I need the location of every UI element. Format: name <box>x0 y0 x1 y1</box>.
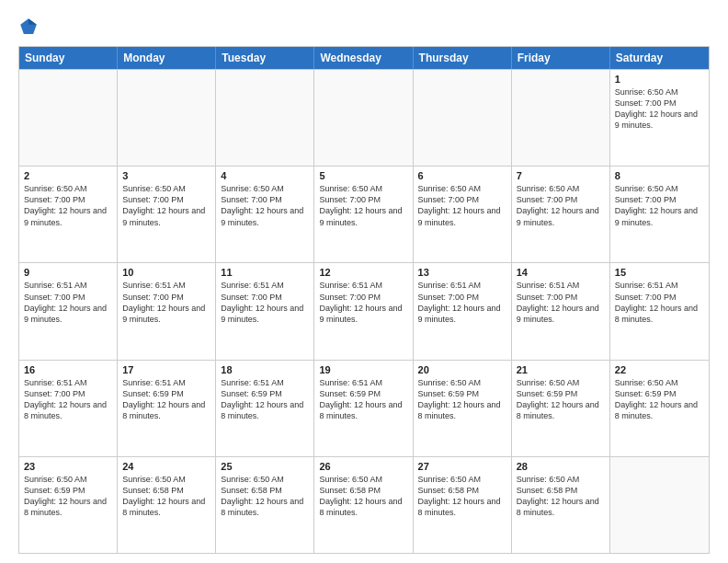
cell-info: Sunrise: 6:50 AM Sunset: 7:00 PM Dayligh… <box>517 183 605 228</box>
cell-info: Sunrise: 6:51 AM Sunset: 7:00 PM Dayligh… <box>615 280 704 325</box>
day-number: 9 <box>24 267 112 278</box>
cell-info: Sunrise: 6:51 AM Sunset: 7:00 PM Dayligh… <box>517 280 605 325</box>
table-row: 13Sunrise: 6:51 AM Sunset: 7:00 PM Dayli… <box>414 263 512 359</box>
table-row: 23Sunrise: 6:50 AM Sunset: 6:59 PM Dayli… <box>19 457 118 553</box>
table-row: 20Sunrise: 6:50 AM Sunset: 6:59 PM Dayli… <box>414 361 512 456</box>
page: SundayMondayTuesdayWednesdayThursdayFrid… <box>0 0 728 563</box>
header-day-monday: Monday <box>118 47 216 69</box>
table-row <box>314 70 413 166</box>
table-row: 17Sunrise: 6:51 AM Sunset: 6:59 PM Dayli… <box>118 361 216 456</box>
calendar-row-2: 2Sunrise: 6:50 AM Sunset: 7:00 PM Daylig… <box>19 166 709 262</box>
table-row: 26Sunrise: 6:50 AM Sunset: 6:58 PM Dayli… <box>314 457 413 553</box>
logo <box>18 17 42 37</box>
cell-info: Sunrise: 6:51 AM Sunset: 7:00 PM Dayligh… <box>319 280 407 325</box>
day-number: 22 <box>615 364 704 375</box>
cell-info: Sunrise: 6:51 AM Sunset: 7:00 PM Dayligh… <box>24 280 112 325</box>
table-row: 9Sunrise: 6:51 AM Sunset: 7:00 PM Daylig… <box>19 263 118 359</box>
header-day-sunday: Sunday <box>19 47 118 69</box>
cell-info: Sunrise: 6:51 AM Sunset: 7:00 PM Dayligh… <box>24 377 112 422</box>
table-row: 11Sunrise: 6:51 AM Sunset: 7:00 PM Dayli… <box>216 263 314 359</box>
day-number: 1 <box>615 74 704 85</box>
day-number: 6 <box>418 170 506 181</box>
day-number: 24 <box>122 461 210 472</box>
day-number: 2 <box>24 170 112 181</box>
calendar: SundayMondayTuesdayWednesdayThursdayFrid… <box>18 46 710 554</box>
header-day-tuesday: Tuesday <box>216 47 314 69</box>
cell-info: Sunrise: 6:50 AM Sunset: 7:00 PM Dayligh… <box>221 183 309 228</box>
cell-info: Sunrise: 6:50 AM Sunset: 6:59 PM Dayligh… <box>418 377 506 422</box>
table-row: 7Sunrise: 6:50 AM Sunset: 7:00 PM Daylig… <box>512 167 610 262</box>
table-row: 28Sunrise: 6:50 AM Sunset: 6:58 PM Dayli… <box>512 457 610 553</box>
cell-info: Sunrise: 6:50 AM Sunset: 7:00 PM Dayligh… <box>24 183 112 228</box>
header-day-saturday: Saturday <box>610 47 709 69</box>
calendar-row-5: 23Sunrise: 6:50 AM Sunset: 6:59 PM Dayli… <box>19 456 709 553</box>
table-row: 10Sunrise: 6:51 AM Sunset: 7:00 PM Dayli… <box>118 263 216 359</box>
calendar-body: 1Sunrise: 6:50 AM Sunset: 7:00 PM Daylig… <box>19 69 709 553</box>
table-row: 18Sunrise: 6:51 AM Sunset: 6:59 PM Dayli… <box>216 361 314 456</box>
day-number: 17 <box>122 364 210 375</box>
day-number: 8 <box>615 170 704 181</box>
table-row: 25Sunrise: 6:50 AM Sunset: 6:58 PM Dayli… <box>216 457 314 553</box>
table-row: 2Sunrise: 6:50 AM Sunset: 7:00 PM Daylig… <box>19 167 118 262</box>
cell-info: Sunrise: 6:51 AM Sunset: 6:59 PM Dayligh… <box>221 377 309 422</box>
logo-icon <box>18 17 39 37</box>
day-number: 14 <box>517 267 605 278</box>
cell-info: Sunrise: 6:51 AM Sunset: 7:00 PM Dayligh… <box>418 280 506 325</box>
calendar-row-3: 9Sunrise: 6:51 AM Sunset: 7:00 PM Daylig… <box>19 262 709 359</box>
day-number: 27 <box>418 461 506 472</box>
table-row: 22Sunrise: 6:50 AM Sunset: 6:59 PM Dayli… <box>610 361 709 456</box>
table-row: 24Sunrise: 6:50 AM Sunset: 6:58 PM Dayli… <box>118 457 216 553</box>
table-row: 12Sunrise: 6:51 AM Sunset: 7:00 PM Dayli… <box>314 263 413 359</box>
cell-info: Sunrise: 6:50 AM Sunset: 7:00 PM Dayligh… <box>122 183 210 228</box>
table-row: 1Sunrise: 6:50 AM Sunset: 7:00 PM Daylig… <box>610 70 709 166</box>
day-number: 4 <box>221 170 309 181</box>
calendar-row-1: 1Sunrise: 6:50 AM Sunset: 7:00 PM Daylig… <box>19 69 709 166</box>
cell-info: Sunrise: 6:50 AM Sunset: 6:58 PM Dayligh… <box>122 474 210 519</box>
table-row <box>19 70 118 166</box>
table-row: 14Sunrise: 6:51 AM Sunset: 7:00 PM Dayli… <box>512 263 610 359</box>
day-number: 5 <box>319 170 407 181</box>
table-row <box>610 457 709 553</box>
day-number: 16 <box>24 364 112 375</box>
calendar-header: SundayMondayTuesdayWednesdayThursdayFrid… <box>19 47 709 69</box>
table-row: 15Sunrise: 6:51 AM Sunset: 7:00 PM Dayli… <box>610 263 709 359</box>
day-number: 13 <box>418 267 506 278</box>
svg-marker-1 <box>28 18 37 25</box>
header-day-friday: Friday <box>512 47 610 69</box>
day-number: 20 <box>418 364 506 375</box>
header-day-thursday: Thursday <box>414 47 512 69</box>
day-number: 19 <box>319 364 407 375</box>
table-row: 16Sunrise: 6:51 AM Sunset: 7:00 PM Dayli… <box>19 361 118 456</box>
day-number: 12 <box>319 267 407 278</box>
cell-info: Sunrise: 6:50 AM Sunset: 6:58 PM Dayligh… <box>418 474 506 519</box>
day-number: 23 <box>24 461 112 472</box>
cell-info: Sunrise: 6:50 AM Sunset: 6:59 PM Dayligh… <box>517 377 605 422</box>
cell-info: Sunrise: 6:50 AM Sunset: 6:59 PM Dayligh… <box>24 474 112 519</box>
table-row <box>216 70 314 166</box>
cell-info: Sunrise: 6:50 AM Sunset: 6:59 PM Dayligh… <box>615 377 704 422</box>
table-row: 6Sunrise: 6:50 AM Sunset: 7:00 PM Daylig… <box>414 167 512 262</box>
cell-info: Sunrise: 6:51 AM Sunset: 6:59 PM Dayligh… <box>122 377 210 422</box>
cell-info: Sunrise: 6:51 AM Sunset: 6:59 PM Dayligh… <box>319 377 407 422</box>
table-row <box>512 70 610 166</box>
day-number: 10 <box>122 267 210 278</box>
table-row: 4Sunrise: 6:50 AM Sunset: 7:00 PM Daylig… <box>216 167 314 262</box>
day-number: 26 <box>319 461 407 472</box>
cell-info: Sunrise: 6:50 AM Sunset: 6:58 PM Dayligh… <box>221 474 309 519</box>
table-row: 8Sunrise: 6:50 AM Sunset: 7:00 PM Daylig… <box>610 167 709 262</box>
day-number: 7 <box>517 170 605 181</box>
cell-info: Sunrise: 6:50 AM Sunset: 7:00 PM Dayligh… <box>319 183 407 228</box>
header-day-wednesday: Wednesday <box>314 47 413 69</box>
cell-info: Sunrise: 6:50 AM Sunset: 7:00 PM Dayligh… <box>418 183 506 228</box>
day-number: 15 <box>615 267 704 278</box>
calendar-row-4: 16Sunrise: 6:51 AM Sunset: 7:00 PM Dayli… <box>19 360 709 456</box>
cell-info: Sunrise: 6:51 AM Sunset: 7:00 PM Dayligh… <box>221 280 309 325</box>
cell-info: Sunrise: 6:50 AM Sunset: 6:58 PM Dayligh… <box>517 474 605 519</box>
day-number: 3 <box>122 170 210 181</box>
cell-info: Sunrise: 6:50 AM Sunset: 7:00 PM Dayligh… <box>615 183 704 228</box>
cell-info: Sunrise: 6:50 AM Sunset: 6:58 PM Dayligh… <box>319 474 407 519</box>
header <box>18 17 710 37</box>
table-row: 27Sunrise: 6:50 AM Sunset: 6:58 PM Dayli… <box>414 457 512 553</box>
table-row: 5Sunrise: 6:50 AM Sunset: 7:00 PM Daylig… <box>314 167 413 262</box>
day-number: 28 <box>517 461 605 472</box>
